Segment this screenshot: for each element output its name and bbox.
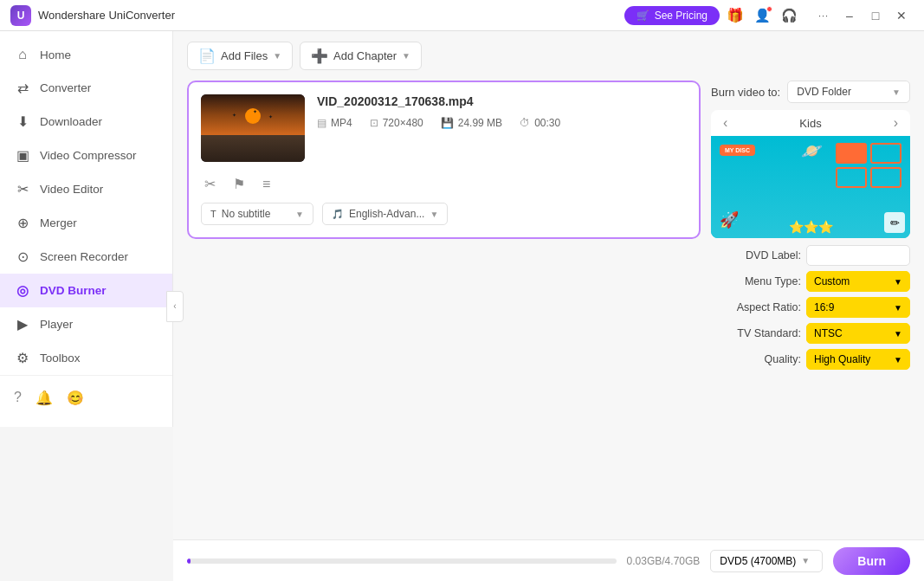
sidebar-item-toolbox[interactable]: ⚙ Toolbox bbox=[0, 341, 172, 375]
see-pricing-button[interactable]: 🛒 See Pricing bbox=[624, 6, 720, 25]
aspect-ratio-select[interactable]: 16:9 ▼ bbox=[806, 297, 910, 318]
sidebar-item-screen-recorder[interactable]: ⊙ Screen Recorder bbox=[0, 240, 172, 274]
add-files-button[interactable]: 📄 Add Files ▼ bbox=[187, 42, 293, 70]
close-button[interactable]: ✕ bbox=[889, 3, 914, 28]
sidebar-item-video-compressor[interactable]: ▣ Video Compressor bbox=[0, 139, 172, 172]
titlebar-right: 🛒 See Pricing 🎁 👤 🎧 ··· – □ ✕ bbox=[624, 3, 914, 28]
sidebar-item-downloader[interactable]: ⬇ Downloader bbox=[0, 105, 172, 139]
theme-label: Kids bbox=[799, 117, 821, 130]
duration-icon: ⏱ bbox=[520, 117, 530, 129]
minimize-button[interactable]: – bbox=[837, 3, 862, 28]
bookmark-button[interactable]: ⚑ bbox=[229, 174, 249, 194]
toolbar: 📄 Add Files ▼ ➕ Add Chapter ▼ bbox=[173, 31, 924, 81]
cut-button[interactable]: ✂ bbox=[201, 174, 219, 194]
disc-type-dropdown-arrow: ▼ bbox=[801, 556, 810, 565]
menu-type-select[interactable]: Custom ▼ bbox=[806, 271, 910, 292]
kids-grid bbox=[836, 143, 901, 188]
maximize-button[interactable]: □ bbox=[863, 3, 888, 28]
dvd-preview-container: ‹ Kids › MY DISC 🪐 🚀 bbox=[711, 110, 910, 238]
kids-theme-bg: MY DISC 🪐 🚀 ⭐⭐⭐ bbox=[711, 136, 910, 238]
format-meta: ▤ MP4 bbox=[317, 117, 352, 129]
help-icon[interactable]: ? bbox=[14, 390, 22, 406]
dvd-label-row: DVD Label: bbox=[711, 245, 910, 266]
app-logo: U bbox=[10, 5, 31, 26]
audio-select[interactable]: 🎵 English-Advan... ▼ bbox=[322, 203, 448, 225]
storage-text: 0.03GB/4.70GB bbox=[627, 555, 701, 567]
file-card-top: ✦ ✦ ✦ VID_20200312_170638.mp4 ▤ MP4 bbox=[201, 94, 687, 162]
duration-meta: ⏱ 00:30 bbox=[520, 117, 560, 129]
more-options-button[interactable]: ··· bbox=[811, 3, 836, 28]
add-chapter-label: Add Chapter bbox=[333, 49, 397, 62]
screen-recorder-icon: ⊙ bbox=[14, 249, 31, 265]
kids-cell-2 bbox=[870, 143, 901, 164]
burn-to-select[interactable]: DVD Folder ▼ bbox=[787, 81, 910, 103]
dvd-label-input[interactable] bbox=[806, 245, 910, 266]
kids-cell-3 bbox=[836, 167, 867, 188]
subtitle-value: No subtitle bbox=[222, 208, 271, 220]
tv-standard-select[interactable]: NTSC ▼ bbox=[806, 323, 910, 344]
video-compressor-icon: ▣ bbox=[14, 147, 31, 164]
disc-type-value: DVD5 (4700MB) bbox=[720, 555, 796, 567]
quality-row: Quality: High Quality ▼ bbox=[711, 349, 910, 370]
kids-stars: ⭐⭐⭐ bbox=[789, 220, 833, 234]
sidebar-collapse-button[interactable]: ‹ bbox=[166, 291, 184, 322]
bird-1: ✦ bbox=[232, 112, 236, 118]
feedback-icon[interactable]: 😊 bbox=[67, 390, 84, 406]
audio-value: English-Advan... bbox=[349, 208, 424, 220]
add-files-icon: 📄 bbox=[198, 48, 216, 64]
file-meta: ▤ MP4 ⊡ 720×480 💾 24.99 MB bbox=[317, 117, 687, 129]
next-theme-button[interactable]: › bbox=[888, 113, 903, 132]
sidebar-label-converter: Converter bbox=[40, 81, 91, 94]
file-size: 24.99 MB bbox=[458, 117, 502, 129]
format-icon: ▤ bbox=[317, 117, 326, 129]
sidebar-item-merger[interactable]: ⊕ Merger bbox=[0, 206, 172, 240]
burn-button[interactable]: Burn bbox=[833, 547, 910, 575]
sidebar-item-video-editor[interactable]: ✂ Video Editor bbox=[0, 172, 172, 206]
titlebar: U Wondershare UniConverter 🛒 See Pricing… bbox=[0, 0, 924, 31]
add-chapter-button[interactable]: ➕ Add Chapter ▼ bbox=[300, 42, 422, 70]
sidebar-item-player[interactable]: ▶ Player bbox=[0, 307, 172, 341]
gift-icon[interactable]: 🎁 bbox=[727, 7, 744, 23]
quality-dropdown-arrow: ▼ bbox=[894, 355, 902, 365]
sidebar-label-downloader: Downloader bbox=[40, 115, 102, 128]
sidebar-item-converter[interactable]: ⇄ Converter bbox=[0, 71, 172, 105]
sidebar-item-home[interactable]: ⌂ Home bbox=[0, 38, 172, 71]
resolution-meta: ⊡ 720×480 bbox=[370, 117, 423, 129]
toolbox-icon: ⚙ bbox=[14, 350, 31, 366]
quality-select[interactable]: High Quality ▼ bbox=[806, 349, 910, 370]
profile-icon[interactable]: 👤 bbox=[754, 8, 771, 23]
file-duration: 00:30 bbox=[534, 117, 560, 129]
tv-standard-row: TV Standard: NTSC ▼ bbox=[711, 323, 910, 344]
add-files-dropdown-arrow: ▼ bbox=[273, 51, 281, 61]
menu-type-label: Menu Type: bbox=[745, 275, 801, 287]
dvd-nav: ‹ Kids › bbox=[711, 110, 910, 136]
kids-cell-4 bbox=[870, 167, 901, 188]
notification-icon[interactable]: 🔔 bbox=[36, 390, 53, 406]
sidebar-bottom-icons: ? 🔔 😊 bbox=[0, 383, 172, 413]
kids-cell-1 bbox=[836, 143, 867, 164]
subtitle-icon: T bbox=[210, 209, 216, 219]
thumbnail-scene: ✦ ✦ ✦ bbox=[201, 94, 305, 162]
sidebar-label-merger: Merger bbox=[40, 216, 77, 229]
player-icon: ▶ bbox=[14, 316, 31, 332]
headset-icon[interactable]: 🎧 bbox=[781, 8, 798, 23]
kids-planet: 🪐 bbox=[801, 140, 823, 161]
disc-type-select[interactable]: DVD5 (4700MB) ▼ bbox=[710, 550, 823, 572]
edit-preview-button[interactable]: ✏ bbox=[884, 212, 905, 233]
subtitle-select[interactable]: T No subtitle ▼ bbox=[201, 203, 313, 225]
sidebar-item-dvd-burner[interactable]: ◎ DVD Burner bbox=[0, 274, 172, 307]
aspect-ratio-dropdown-arrow: ▼ bbox=[894, 303, 902, 313]
aspect-ratio-label: Aspect Ratio: bbox=[737, 301, 801, 313]
add-chapter-dropdown-arrow: ▼ bbox=[402, 51, 410, 61]
content-area: 📄 Add Files ▼ ➕ Add Chapter ▼ bbox=[173, 31, 924, 581]
sidebar-label-player: Player bbox=[40, 318, 73, 331]
file-list-area: ✦ ✦ ✦ VID_20200312_170638.mp4 ▤ MP4 bbox=[187, 81, 701, 539]
prev-theme-button[interactable]: ‹ bbox=[718, 113, 733, 132]
kids-disc-label: MY DISC bbox=[720, 145, 755, 156]
menu-button[interactable]: ≡ bbox=[259, 174, 274, 194]
subtitle-dropdown-arrow: ▼ bbox=[295, 210, 304, 219]
bird-2: ✦ bbox=[253, 108, 257, 114]
app-title: Wondershare UniConverter bbox=[38, 9, 175, 22]
sidebar-label-video-compressor: Video Compressor bbox=[40, 149, 137, 162]
dvd-preview-img: MY DISC 🪐 🚀 ⭐⭐⭐ ✏ bbox=[711, 136, 910, 238]
